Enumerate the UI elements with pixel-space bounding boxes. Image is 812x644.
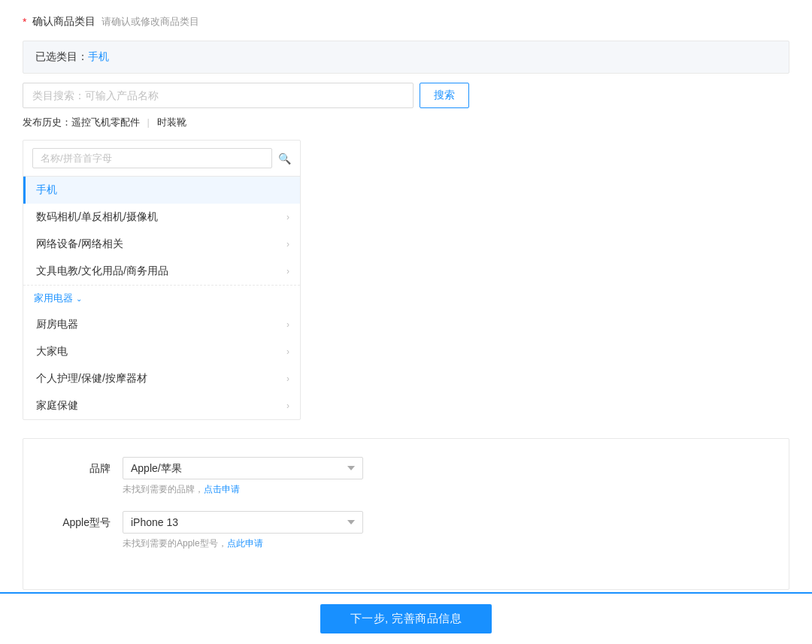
history-item-0[interactable]: 遥控飞机零配件 [71, 116, 140, 128]
category-item-手机[interactable]: 手机 [23, 177, 300, 204]
cat-search-row: 🔍 [23, 141, 300, 177]
category-item-厨房电器[interactable]: 厨房电器 › [23, 311, 300, 338]
section-hint: 请确认或修改商品类目 [102, 15, 199, 29]
category-item-label: 手机 [36, 183, 57, 197]
search-input[interactable] [23, 83, 414, 108]
group-header-label: 家用电器 [34, 292, 73, 305]
category-item-大家电[interactable]: 大家电 › [23, 338, 300, 365]
category-item-家庭保健[interactable]: 家庭保健 › [23, 392, 300, 419]
category-item-label: 数码相机/单反相机/摄像机 [36, 210, 158, 224]
brand-control: Apple/苹果 未找到需要的品牌，点击申请 [123, 457, 363, 496]
chevron-right-icon: › [286, 266, 289, 277]
category-item-label: 大家电 [36, 345, 68, 358]
history-item-1[interactable]: 时装靴 [157, 116, 186, 128]
selected-category-bar: 已选类目：手机 [23, 41, 789, 74]
category-item-label: 厨房电器 [36, 318, 78, 331]
history-row: 发布历史：遥控飞机零配件 | 时装靴 [23, 116, 789, 129]
brand-row: 品牌 Apple/苹果 未找到需要的品牌，点击申请 [47, 457, 765, 496]
brand-select[interactable]: Apple/苹果 [123, 457, 363, 479]
category-item-label: 文具电教/文化用品/商务用品 [36, 265, 168, 278]
category-item-文具电教[interactable]: 文具电教/文化用品/商务用品 › [23, 258, 300, 285]
brand-apply-link[interactable]: 点击申请 [204, 484, 240, 494]
history-divider: | [144, 116, 153, 128]
chevron-right-icon: › [286, 373, 289, 384]
chevron-down-icon: ⌄ [76, 295, 82, 303]
attributes-panel: 品牌 Apple/苹果 未找到需要的品牌，点击申请 Apple型号 iPhone… [23, 438, 789, 590]
chevron-right-icon: › [286, 401, 289, 411]
selected-category-label: 已选类目： [35, 50, 88, 62]
brand-hint: 未找到需要的品牌，点击申请 [123, 483, 363, 496]
model-control: iPhone 13 未找到需要的Apple型号，点此申请 [123, 511, 363, 550]
category-list-1: 手机 数码相机/单反相机/摄像机 › 网络设备/网络相关 › 文具电教/文化用品… [23, 177, 300, 285]
section-header: * 确认商品类目 请确认或修改商品类目 [23, 15, 789, 29]
model-select[interactable]: iPhone 13 [123, 511, 363, 534]
history-label: 发布历史： [23, 116, 71, 128]
category-item-label: 个人护理/保健/按摩器材 [36, 372, 147, 385]
required-star: * [23, 16, 26, 28]
category-group-header-家用电器[interactable]: 家用电器 ⌄ [23, 286, 300, 311]
model-label: Apple型号 [47, 511, 123, 530]
chevron-right-icon: › [286, 212, 289, 222]
category-panel: 🔍 手机 数码相机/单反相机/摄像机 › 网络设备/网络相关 › 文具电教/文化… [23, 140, 301, 420]
next-button[interactable]: 下一步, 完善商品信息 [320, 604, 492, 633]
selected-category-value[interactable]: 手机 [88, 50, 109, 62]
category-list-2: 厨房电器 › 大家电 › 个人护理/保健/按摩器材 › 家庭保健 › [23, 311, 300, 419]
brand-label: 品牌 [47, 457, 123, 476]
category-item-label: 家庭保健 [36, 399, 78, 413]
cat-search-input[interactable] [32, 148, 272, 168]
search-button[interactable]: 搜索 [420, 83, 469, 108]
search-row: 搜索 [23, 83, 789, 108]
bottom-bar: 下一步, 完善商品信息 [0, 592, 812, 644]
model-hint: 未找到需要的Apple型号，点此申请 [123, 537, 363, 550]
model-apply-link[interactable]: 点此申请 [227, 538, 263, 549]
category-item-label: 网络设备/网络相关 [36, 237, 123, 251]
chevron-right-icon: › [286, 319, 289, 330]
section-title: 确认商品类目 [32, 15, 95, 29]
chevron-right-icon: › [286, 239, 289, 249]
chevron-right-icon: › [286, 346, 289, 357]
search-icon: 🔍 [278, 153, 291, 165]
category-item-数码相机[interactable]: 数码相机/单反相机/摄像机 › [23, 204, 300, 231]
category-item-网络设备[interactable]: 网络设备/网络相关 › [23, 231, 300, 258]
model-row: Apple型号 iPhone 13 未找到需要的Apple型号，点此申请 [47, 511, 765, 550]
category-item-个人护理[interactable]: 个人护理/保健/按摩器材 › [23, 365, 300, 392]
